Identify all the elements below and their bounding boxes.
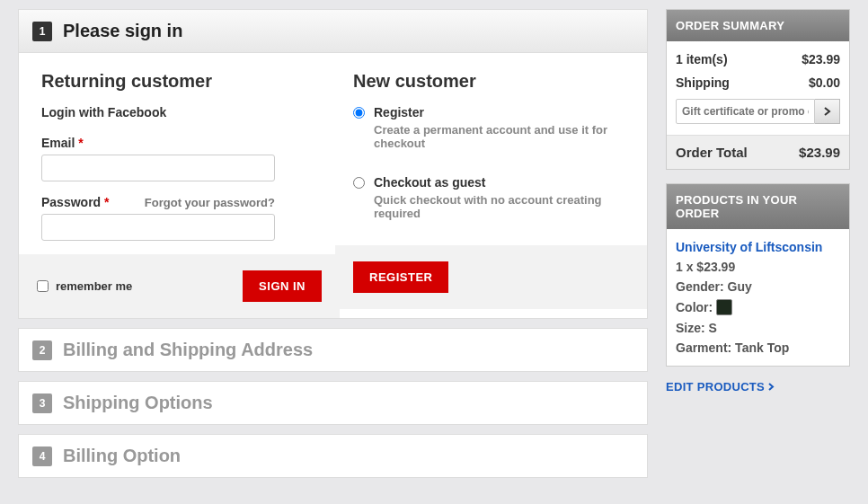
step-2-title: Billing and Shipping Address bbox=[63, 340, 313, 360]
step-billing-panel[interactable]: 2 Billing and Shipping Address bbox=[18, 328, 648, 372]
register-footer: REGISTER bbox=[335, 245, 647, 309]
main-column: 1 Please sign in Returning customer Logi… bbox=[18, 9, 648, 487]
password-label: Password * bbox=[41, 195, 109, 209]
register-option[interactable]: Register Create a permanent account and … bbox=[353, 105, 629, 150]
step-2-number: 2 bbox=[32, 340, 52, 360]
guest-radio[interactable] bbox=[353, 177, 365, 189]
guest-desc: Quick checkout with no account creating … bbox=[374, 193, 629, 220]
order-total-label: Order Total bbox=[676, 145, 748, 160]
chevron-right-icon bbox=[768, 383, 775, 391]
new-customer-col: New customer Register Create a permanent… bbox=[344, 71, 629, 318]
product-garment: Garment: Tank Top bbox=[676, 340, 840, 355]
facebook-login-link[interactable]: Login with Facebook bbox=[41, 105, 317, 119]
guest-label: Checkout as guest bbox=[374, 175, 485, 190]
product-color: Color: bbox=[676, 299, 840, 315]
step-shipping-panel[interactable]: 3 Shipping Options bbox=[18, 381, 648, 425]
signin-button[interactable]: SIGN IN bbox=[243, 270, 322, 302]
step-signin-panel: 1 Please sign in Returning customer Logi… bbox=[18, 9, 648, 319]
forgot-password-link[interactable]: Forgot your password? bbox=[145, 196, 275, 209]
guest-option[interactable]: Checkout as guest Quick checkout with no… bbox=[353, 175, 629, 220]
step-4-number: 4 bbox=[32, 447, 52, 466]
order-summary-heading: ORDER SUMMARY bbox=[667, 10, 849, 41]
email-label: Email * bbox=[41, 136, 84, 150]
product-size: Size: S bbox=[676, 321, 840, 335]
step-4-title: Billing Option bbox=[63, 446, 181, 466]
register-desc: Create a permanent account and use it fo… bbox=[374, 123, 629, 150]
password-field-wrap: Password * Forgot your password? bbox=[41, 195, 317, 241]
signin-footer: remember me SIGN IN bbox=[19, 254, 340, 318]
products-heading: PRODUCTS IN YOUR ORDER bbox=[667, 184, 849, 229]
remember-me-wrap[interactable]: remember me bbox=[37, 279, 132, 293]
product-qty-price: 1 x $23.99 bbox=[676, 260, 840, 274]
required-asterisk: * bbox=[78, 136, 83, 150]
email-field-wrap: Email * bbox=[41, 136, 317, 181]
promo-apply-button[interactable] bbox=[815, 99, 840, 124]
shipping-value: $0.00 bbox=[809, 75, 840, 90]
register-radio[interactable] bbox=[353, 107, 365, 119]
new-customer-heading: New customer bbox=[353, 71, 629, 92]
step-1-header: 1 Please sign in bbox=[19, 10, 647, 53]
products-box: PRODUCTS IN YOUR ORDER University of Lif… bbox=[666, 183, 850, 367]
password-input[interactable] bbox=[41, 214, 275, 241]
edit-products-link[interactable]: EDIT PRODUCTS bbox=[666, 380, 850, 393]
remember-me-checkbox[interactable] bbox=[37, 280, 49, 292]
step-3-title: Shipping Options bbox=[63, 393, 213, 413]
promo-input[interactable] bbox=[676, 99, 815, 124]
remember-me-label: remember me bbox=[56, 279, 132, 293]
chevron-right-icon bbox=[824, 107, 831, 116]
returning-customer-col: Returning customer Login with Facebook E… bbox=[41, 71, 317, 318]
sidebar: ORDER SUMMARY 1 item(s) $23.99 Shipping … bbox=[666, 9, 850, 487]
product-name-link[interactable]: University of Liftsconsin bbox=[676, 240, 840, 254]
order-summary-box: ORDER SUMMARY 1 item(s) $23.99 Shipping … bbox=[666, 9, 850, 170]
items-value: $23.99 bbox=[802, 52, 840, 66]
register-button[interactable]: REGISTER bbox=[353, 261, 448, 293]
required-asterisk: * bbox=[104, 195, 109, 209]
product-gender: Gender: Guy bbox=[676, 279, 840, 294]
order-total-value: $23.99 bbox=[799, 145, 840, 160]
email-input[interactable] bbox=[41, 155, 275, 181]
step-billing-option-panel[interactable]: 4 Billing Option bbox=[18, 434, 648, 478]
color-swatch bbox=[716, 299, 732, 315]
step-1-number: 1 bbox=[32, 22, 52, 41]
signin-body: Returning customer Login with Facebook E… bbox=[19, 53, 647, 318]
items-label: 1 item(s) bbox=[676, 52, 728, 66]
register-label: Register bbox=[374, 105, 424, 119]
step-3-number: 3 bbox=[32, 393, 52, 413]
shipping-label: Shipping bbox=[676, 75, 730, 90]
returning-heading: Returning customer bbox=[41, 71, 317, 92]
step-1-title: Please sign in bbox=[63, 21, 182, 41]
